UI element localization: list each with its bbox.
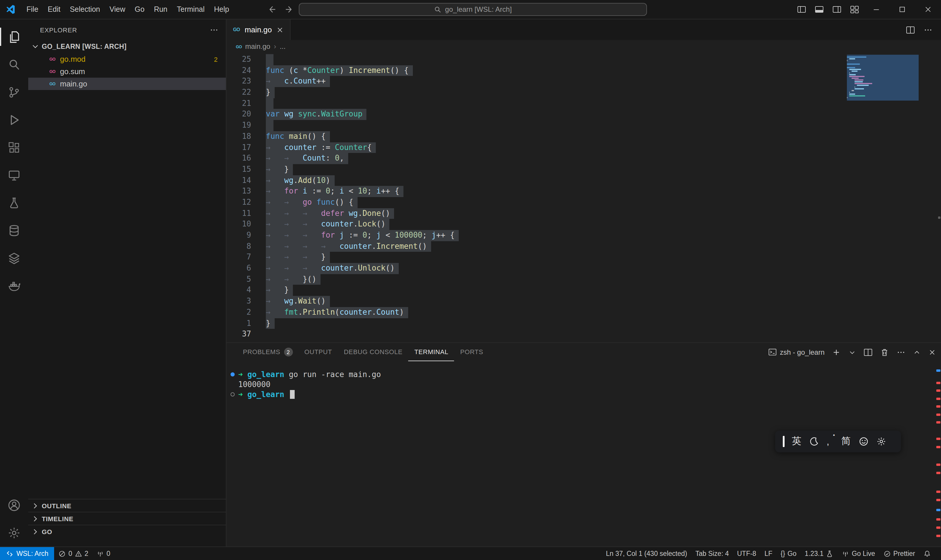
kill-terminal-icon[interactable] bbox=[880, 347, 889, 357]
tab-whitespace-arrow: → bbox=[284, 153, 303, 164]
docker-icon[interactable] bbox=[0, 272, 28, 299]
close-panel-icon[interactable] bbox=[928, 348, 936, 356]
minimize-button[interactable] bbox=[863, 0, 889, 19]
tab-whitespace-arrow: → bbox=[266, 241, 284, 252]
breadcrumb-symbol[interactable]: ... bbox=[280, 42, 286, 51]
menu-file[interactable]: File bbox=[22, 0, 43, 19]
code-line: 9→→→for j := 0; j < 100000; j++ { bbox=[226, 230, 941, 241]
panel-tab-debug-console[interactable]: DEBUG CONSOLE bbox=[338, 343, 409, 361]
cursor-position-status[interactable]: Ln 37, Col 1 (430 selected) bbox=[602, 550, 691, 557]
menu-help[interactable]: Help bbox=[209, 0, 234, 19]
back-arrow-icon[interactable] bbox=[267, 5, 276, 14]
panel-tab-ports[interactable]: PORTS bbox=[454, 343, 489, 361]
line-number: 23 bbox=[226, 76, 251, 87]
explorer-icon[interactable] bbox=[0, 23, 28, 51]
menu-edit[interactable]: Edit bbox=[43, 0, 65, 19]
menu-run[interactable]: Run bbox=[149, 0, 172, 19]
customize-layout-icon[interactable] bbox=[846, 0, 863, 19]
database-icon[interactable] bbox=[0, 217, 28, 244]
ports-status[interactable]: 0 bbox=[92, 547, 114, 560]
file-row-go-mod[interactable]: GO go.mod 2 bbox=[28, 53, 226, 65]
encoding-status[interactable]: UTF-8 bbox=[733, 550, 760, 557]
ime-halfmoon-icon[interactable] bbox=[809, 437, 819, 446]
panel-tab-problems[interactable]: PROBLEMS 2 bbox=[237, 343, 298, 361]
toggle-sidebar-icon[interactable] bbox=[793, 0, 810, 19]
notifications-bell[interactable] bbox=[919, 550, 935, 557]
code-line: 4→} bbox=[226, 285, 941, 296]
editor-more-actions-icon[interactable] bbox=[923, 25, 933, 34]
command-prompt-decoration[interactable] bbox=[231, 392, 235, 397]
file-label: go.sum bbox=[60, 67, 85, 76]
forward-arrow-icon[interactable] bbox=[284, 5, 294, 14]
breadcrumb[interactable]: GO main.go › ... bbox=[226, 40, 941, 53]
code-editor[interactable]: 2524func (c *Counter) Increment() {23→c.… bbox=[226, 53, 941, 342]
prettier-status[interactable]: Prettier bbox=[879, 550, 919, 557]
indentation-status[interactable]: Tab Size: 4 bbox=[691, 550, 733, 557]
code-line: 5→→}() bbox=[226, 274, 941, 285]
panel-tab-terminal[interactable]: TERMINAL bbox=[409, 343, 454, 361]
chevron-down-icon bbox=[31, 42, 40, 51]
ime-emoji-icon[interactable] bbox=[858, 437, 868, 446]
problems-status[interactable]: 0 2 bbox=[54, 547, 93, 560]
breadcrumb-file[interactable]: main.go bbox=[245, 42, 270, 51]
testing-icon[interactable] bbox=[0, 189, 28, 217]
maximize-panel-icon[interactable] bbox=[913, 348, 921, 356]
panel-more-actions-icon[interactable] bbox=[896, 347, 906, 357]
go-file-icon: GO bbox=[48, 82, 57, 86]
editor-tab-bar: GO main.go bbox=[226, 19, 941, 40]
broadcast-icon bbox=[842, 550, 850, 557]
ime-language-toggle[interactable]: 英 bbox=[792, 435, 801, 448]
ime-punctuation-toggle[interactable]: •, bbox=[827, 436, 834, 447]
eol-status[interactable]: LF bbox=[760, 550, 776, 557]
settings-gear-icon[interactable] bbox=[0, 519, 28, 546]
line-number: 3 bbox=[226, 296, 251, 307]
maximize-button[interactable] bbox=[889, 0, 915, 19]
vscode-logo-icon bbox=[5, 4, 16, 15]
toggle-secondary-sidebar-icon[interactable] bbox=[828, 0, 846, 19]
language-mode-status[interactable]: {} Go bbox=[776, 550, 801, 557]
split-editor-icon[interactable] bbox=[906, 25, 915, 34]
remote-explorer-icon[interactable] bbox=[0, 161, 28, 189]
chevron-right-icon bbox=[31, 501, 40, 510]
panel-tab-output[interactable]: OUTPUT bbox=[298, 343, 338, 361]
go-version-status[interactable]: 1.23.1 bbox=[801, 550, 838, 557]
go-live-status[interactable]: Go Live bbox=[838, 550, 879, 557]
file-row-go-sum[interactable]: GO go.sum bbox=[28, 65, 226, 78]
section-timeline[interactable]: TIMELINE bbox=[28, 512, 226, 525]
terminal-dropdown-icon[interactable] bbox=[848, 348, 856, 356]
layers-icon[interactable] bbox=[0, 244, 28, 272]
command-center-text: go_learn [WSL: Arch] bbox=[445, 5, 512, 14]
split-terminal-icon[interactable] bbox=[863, 347, 873, 357]
ime-settings-gear-icon[interactable] bbox=[876, 437, 886, 446]
accounts-icon[interactable] bbox=[0, 491, 28, 519]
command-center-search[interactable]: go_learn [WSL: Arch] bbox=[299, 3, 647, 16]
tab-main-go[interactable]: GO main.go bbox=[226, 19, 291, 40]
menu-view[interactable]: View bbox=[105, 0, 130, 19]
source-control-icon[interactable] bbox=[0, 78, 28, 106]
search-sidebar-icon[interactable] bbox=[0, 51, 28, 78]
minimap[interactable] bbox=[847, 55, 919, 101]
ime-toolbar: 英 •, 简 bbox=[775, 431, 901, 452]
section-outline[interactable]: OUTLINE bbox=[28, 499, 226, 512]
ruler-tick bbox=[936, 382, 940, 384]
terminal-content[interactable]: ➜ go_learn go run -race main.go1000000➜ … bbox=[226, 361, 941, 546]
remote-indicator[interactable]: WSL: Arch bbox=[0, 547, 54, 560]
menu-go[interactable]: Go bbox=[130, 0, 149, 19]
close-window-button[interactable] bbox=[915, 0, 941, 19]
tree-root-go-learn[interactable]: GO_LEARN [WSL: ARCH] bbox=[28, 40, 226, 53]
section-go[interactable]: GO bbox=[28, 525, 226, 538]
explorer-more-actions-icon[interactable] bbox=[209, 25, 219, 34]
menu-selection[interactable]: Selection bbox=[65, 0, 105, 19]
toggle-panel-icon[interactable] bbox=[810, 0, 828, 19]
ruler-tick bbox=[938, 217, 940, 219]
file-row-main-go[interactable]: GO main.go bbox=[28, 78, 226, 90]
extensions-icon[interactable] bbox=[0, 134, 28, 161]
tab-close-icon[interactable] bbox=[276, 26, 284, 34]
command-success-decoration[interactable] bbox=[231, 372, 235, 377]
ime-simplified-toggle[interactable]: 简 bbox=[841, 435, 851, 448]
terminal-instance-label[interactable]: zsh - go_learn bbox=[768, 348, 824, 357]
menu-terminal[interactable]: Terminal bbox=[172, 0, 209, 19]
new-terminal-icon[interactable] bbox=[832, 347, 841, 357]
run-debug-icon[interactable] bbox=[0, 106, 28, 134]
ime-caret bbox=[783, 436, 784, 447]
